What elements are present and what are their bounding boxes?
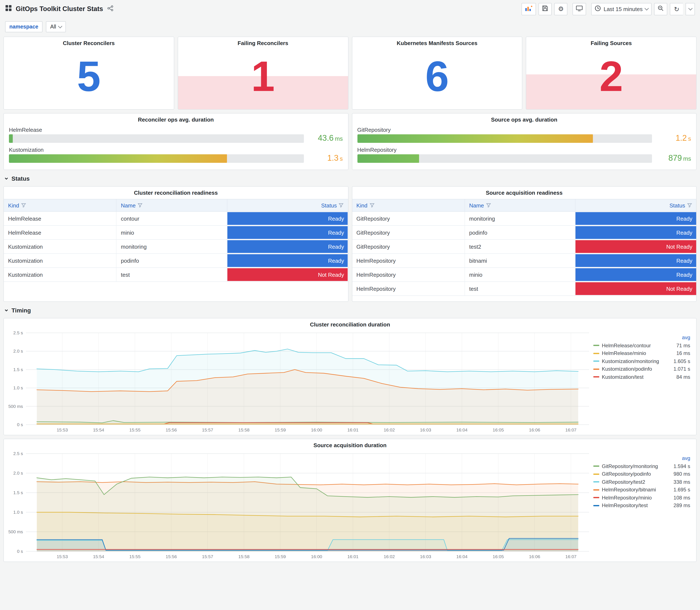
- panel-title[interactable]: Cluster reconciliation readiness: [4, 187, 348, 196]
- table-row: HelmRepository minio Ready: [352, 268, 696, 282]
- variable-namespace-label[interactable]: namespace: [5, 21, 43, 32]
- legend-item[interactable]: HelmRelease/minio16 ms: [593, 350, 690, 356]
- legend-item[interactable]: GitRepository/podinfo980 ms: [593, 471, 690, 477]
- legend-item[interactable]: GitRepository/test2338 ms: [593, 479, 690, 485]
- dashboard: GitOps Toolkit Cluster Stats ⚙: [0, 0, 700, 610]
- tv-icon: [576, 5, 583, 13]
- svg-text:16:01: 16:01: [347, 428, 358, 432]
- table-row: HelmRelease contour Ready: [4, 212, 348, 226]
- panel-title[interactable]: Source acquisition duration: [4, 439, 696, 448]
- stat-panel-failing-reconcilers: Failing Reconcilers 1: [178, 36, 348, 110]
- gauge-label: GitRepository: [357, 127, 652, 133]
- save-dashboard-button[interactable]: [538, 3, 552, 15]
- section-timing[interactable]: Timing: [0, 305, 700, 318]
- variable-namespace-value-dropdown[interactable]: All: [46, 21, 66, 32]
- column-header-kind[interactable]: Kind: [352, 199, 465, 211]
- gauges-row: Reconciler ops avg. duration HelmRelease…: [0, 113, 700, 170]
- chevron-down-icon: [4, 176, 9, 181]
- gauge-label: Kustomization: [9, 147, 304, 153]
- column-label: Status: [321, 202, 337, 209]
- filter-funnel-icon[interactable]: [486, 203, 491, 207]
- cycle-view-button[interactable]: [572, 3, 586, 15]
- panel-title[interactable]: Source acquisition readiness: [352, 187, 696, 196]
- legend-series-color: [593, 353, 599, 354]
- gauge-value: 1.3s: [304, 154, 343, 163]
- column-header-name[interactable]: Name: [465, 199, 575, 211]
- cell-status: Ready: [575, 268, 696, 282]
- table-row: HelmRepository test Not Ready: [352, 282, 696, 296]
- dashboards-grid-icon[interactable]: [5, 5, 12, 13]
- panel-title[interactable]: Source ops avg. duration: [357, 113, 691, 123]
- time-range-picker[interactable]: Last 15 minutes: [591, 3, 652, 15]
- cell-kind: Kustomization: [4, 268, 117, 282]
- gauge-row: GitRepository 1.2s: [357, 127, 691, 143]
- svg-text:15:53: 15:53: [57, 554, 68, 559]
- legend-item[interactable]: Kustomization/podinfo1.071 s: [593, 366, 690, 372]
- column-header-status[interactable]: Status: [227, 199, 348, 211]
- legend-series-avg: 1.695 s: [670, 487, 690, 493]
- cell-name: monitoring: [465, 212, 575, 225]
- svg-text:15:56: 15:56: [166, 554, 177, 559]
- table-row: GitRepository monitoring Ready: [352, 212, 696, 226]
- legend-series-name: Kustomization/test: [602, 374, 644, 380]
- legend-series-color: [593, 465, 599, 467]
- filter-funnel-icon[interactable]: [370, 203, 374, 207]
- svg-text:15:55: 15:55: [129, 428, 141, 432]
- zoom-out-time-button[interactable]: [654, 3, 667, 15]
- legend-item[interactable]: HelmRepository/test289 ms: [593, 502, 690, 509]
- gauge-fill: [9, 154, 227, 163]
- chart-panel-source-duration: Source acquisition duration 15:5315:5415…: [3, 439, 697, 562]
- column-label: Status: [669, 202, 685, 209]
- filter-funnel-icon[interactable]: [138, 203, 142, 207]
- cell-kind: HelmRepository: [352, 268, 465, 282]
- legend-series-avg: 338 ms: [670, 479, 690, 485]
- filter-funnel-icon[interactable]: [339, 203, 344, 207]
- dashboard-title[interactable]: GitOps Toolkit Cluster Stats: [16, 5, 103, 13]
- column-header-status[interactable]: Status: [575, 199, 696, 211]
- legend-item[interactable]: HelmRepository/minio108 ms: [593, 495, 690, 500]
- gauge-value-number: 879: [668, 154, 682, 162]
- legend-series-color: [593, 481, 599, 482]
- svg-text:500 ms: 500 ms: [8, 529, 23, 534]
- cell-name: test: [117, 268, 227, 282]
- gauge-value-unit: s: [340, 155, 343, 162]
- legend-item[interactable]: Kustomization/test84 ms: [593, 374, 690, 380]
- legend-series-color: [593, 360, 599, 362]
- stat-value: 6: [352, 43, 522, 109]
- cell-kind: Kustomization: [4, 254, 117, 267]
- cell-name: contour: [117, 212, 227, 225]
- refresh-interval-dropdown[interactable]: [686, 3, 695, 15]
- legend-series-avg: 289 ms: [670, 502, 690, 509]
- table-row: Kustomization test Not Ready: [4, 268, 348, 282]
- plot-area[interactable]: 15:5315:5415:5515:5615:5715:5815:5916:00…: [5, 449, 592, 561]
- share-icon[interactable]: [107, 5, 113, 13]
- cell-status: Not Ready: [227, 268, 348, 282]
- section-status[interactable]: Status: [0, 174, 700, 186]
- column-header-kind[interactable]: Kind: [4, 199, 117, 211]
- legend-item[interactable]: HelmRelease/contour71 ms: [593, 342, 690, 348]
- filter-funnel-icon[interactable]: [687, 203, 692, 207]
- gauge-value-unit: ms: [683, 155, 691, 162]
- gauge-track: [357, 134, 652, 143]
- filter-funnel-icon[interactable]: [21, 203, 26, 207]
- column-header-name[interactable]: Name: [117, 199, 227, 211]
- stat-value: 5: [4, 43, 174, 109]
- refresh-button[interactable]: ↻: [670, 3, 683, 15]
- svg-text:1.5 s: 1.5 s: [13, 490, 23, 495]
- add-panel-button[interactable]: [521, 3, 536, 15]
- dashboard-settings-button[interactable]: ⚙: [554, 3, 567, 15]
- panel-title[interactable]: Reconciler ops avg. duration: [9, 113, 343, 123]
- gear-icon: ⚙: [558, 5, 564, 13]
- time-range-label: Last 15 minutes: [603, 6, 642, 12]
- svg-text:15:58: 15:58: [239, 554, 250, 559]
- legend-series-name: HelmRepository/test: [602, 502, 648, 509]
- legend-item[interactable]: HelmRepository/bitnami1.695 s: [593, 487, 690, 493]
- cell-name: monitoring: [117, 240, 227, 253]
- column-label: Kind: [8, 202, 19, 209]
- save-icon: [542, 5, 548, 13]
- legend-item[interactable]: Kustomization/monitoring1.605 s: [593, 358, 690, 364]
- plot-area[interactable]: 15:5315:5415:5515:5615:5715:5815:5916:00…: [5, 328, 592, 434]
- legend-item[interactable]: GitRepository/monitoring1.594 s: [593, 463, 690, 469]
- svg-text:15:57: 15:57: [202, 428, 213, 432]
- panel-title[interactable]: Cluster reconciliation duration: [4, 318, 696, 328]
